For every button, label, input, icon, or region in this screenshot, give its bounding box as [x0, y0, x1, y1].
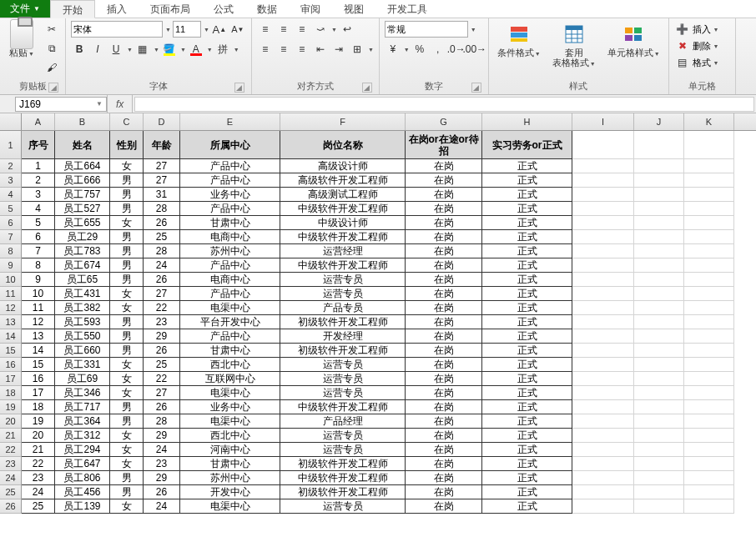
cell[interactable]	[634, 400, 684, 414]
menu-tab-3[interactable]: 公式	[202, 0, 245, 18]
cell[interactable]: 男	[110, 344, 144, 358]
select-all-corner[interactable]	[0, 113, 22, 130]
cell[interactable]	[684, 216, 734, 230]
cell[interactable]	[684, 443, 734, 457]
cell[interactable]: 28	[144, 202, 180, 216]
row-header[interactable]: 10	[0, 273, 22, 287]
cell[interactable]	[634, 230, 684, 244]
cell[interactable]: 员工29	[55, 230, 110, 244]
cell[interactable]	[684, 173, 734, 188]
cell[interactable]: 25	[22, 499, 55, 514]
cell[interactable]: 员工664	[55, 159, 110, 173]
cell[interactable]	[684, 499, 734, 514]
cell[interactable]: 正式	[482, 230, 572, 244]
percent-format-button[interactable]: %	[411, 41, 428, 58]
cell[interactable]: 24	[144, 258, 180, 273]
cell[interactable]: 产品经理	[280, 414, 406, 429]
cell[interactable]: 在岗	[406, 230, 482, 244]
fx-icon[interactable]: fx	[107, 95, 133, 113]
name-box[interactable]: J169 ▼	[15, 97, 107, 112]
cell[interactable]: 正式	[482, 287, 572, 301]
cell[interactable]: 正式	[482, 202, 572, 216]
cell[interactable]: 女	[110, 159, 144, 173]
phonetic-button[interactable]: 拼	[214, 41, 231, 58]
cell[interactable]: 正式	[482, 216, 572, 230]
cell[interactable]: 在岗or在途or待招	[406, 131, 482, 159]
row-header[interactable]: 2	[0, 159, 22, 173]
align-middle-button[interactable]: ≡	[275, 21, 292, 38]
cell[interactable]: 开发经理	[280, 329, 406, 344]
cell[interactable]	[634, 386, 684, 400]
cell[interactable]	[684, 358, 734, 372]
cell[interactable]: 22	[22, 457, 55, 471]
cell[interactable]: 岗位名称	[280, 131, 406, 159]
cell[interactable]	[572, 499, 634, 514]
column-header[interactable]: B	[55, 113, 110, 130]
cell[interactable]: 员工647	[55, 457, 110, 471]
cell[interactable]	[684, 315, 734, 329]
cell[interactable]: 24	[144, 499, 180, 514]
cell[interactable]: 所属中心	[180, 131, 280, 159]
menu-tab-5[interactable]: 审阅	[289, 0, 332, 18]
file-tab[interactable]: 文件 ▼	[0, 0, 50, 18]
column-header[interactable]: C	[110, 113, 144, 130]
formula-input[interactable]	[134, 97, 754, 112]
cell[interactable]	[572, 443, 634, 457]
cell[interactable]: 产品中心	[180, 329, 280, 344]
cell[interactable]: 31	[144, 188, 180, 202]
cell[interactable]: 正式	[482, 358, 572, 372]
cell[interactable]: 在岗	[406, 414, 482, 429]
italic-button[interactable]: I	[89, 41, 106, 58]
cell[interactable]: 在岗	[406, 358, 482, 372]
cell[interactable]: 正式	[482, 244, 572, 258]
cell[interactable]	[572, 457, 634, 471]
cell[interactable]: 27	[144, 159, 180, 173]
cell[interactable]	[684, 258, 734, 273]
cell[interactable]: 在岗	[406, 273, 482, 287]
cell[interactable]: 正式	[482, 273, 572, 287]
cell[interactable]	[572, 414, 634, 429]
cell[interactable]: 运营专员	[280, 358, 406, 372]
cell[interactable]: 电商中心	[180, 273, 280, 287]
cell[interactable]: 平台开发中心	[180, 315, 280, 329]
row-header[interactable]: 21	[0, 429, 22, 443]
cell[interactable]: 员工593	[55, 315, 110, 329]
row-header[interactable]: 12	[0, 301, 22, 315]
cell[interactable]	[572, 287, 634, 301]
cell[interactable]	[684, 344, 734, 358]
cell[interactable]: 24	[22, 485, 55, 499]
cell[interactable]: 实习劳务or正式	[482, 131, 572, 159]
cell[interactable]: 电渠中心	[180, 414, 280, 429]
cell[interactable]: 正式	[482, 344, 572, 358]
row-header[interactable]: 6	[0, 216, 22, 230]
cell[interactable]: 正式	[482, 443, 572, 457]
cell[interactable]: 开发中心	[180, 485, 280, 499]
cell[interactable]	[634, 173, 684, 188]
cell[interactable]: 运营经理	[280, 244, 406, 258]
cell[interactable]: 26	[144, 344, 180, 358]
row-header[interactable]: 15	[0, 344, 22, 358]
cell[interactable]: 姓名	[55, 131, 110, 159]
cell[interactable]: 女	[110, 443, 144, 457]
cell[interactable]: 甘肃中心	[180, 216, 280, 230]
cell[interactable]: 电商中心	[180, 230, 280, 244]
cell[interactable]: 运营专员	[280, 372, 406, 386]
cell[interactable]: 性别	[110, 131, 144, 159]
cell[interactable]: 23	[22, 471, 55, 485]
font-color-button[interactable]: A	[188, 41, 204, 58]
row-header[interactable]: 26	[0, 499, 22, 514]
cell[interactable]	[572, 471, 634, 485]
row-header[interactable]: 18	[0, 386, 22, 400]
cell[interactable]: 正式	[482, 429, 572, 443]
align-center-button[interactable]: ≡	[275, 41, 292, 58]
cell[interactable]	[684, 414, 734, 429]
cell[interactable]: 员工674	[55, 258, 110, 273]
cell[interactable]: 产品中心	[180, 202, 280, 216]
align-left-button[interactable]: ≡	[257, 41, 274, 58]
column-header[interactable]: G	[406, 113, 482, 130]
cell[interactable]	[572, 429, 634, 443]
cell[interactable]: 15	[22, 358, 55, 372]
align-bottom-button[interactable]: ≡	[294, 21, 310, 38]
decrease-decimal-button[interactable]: .00→	[466, 41, 483, 58]
cell[interactable]: 在岗	[406, 202, 482, 216]
